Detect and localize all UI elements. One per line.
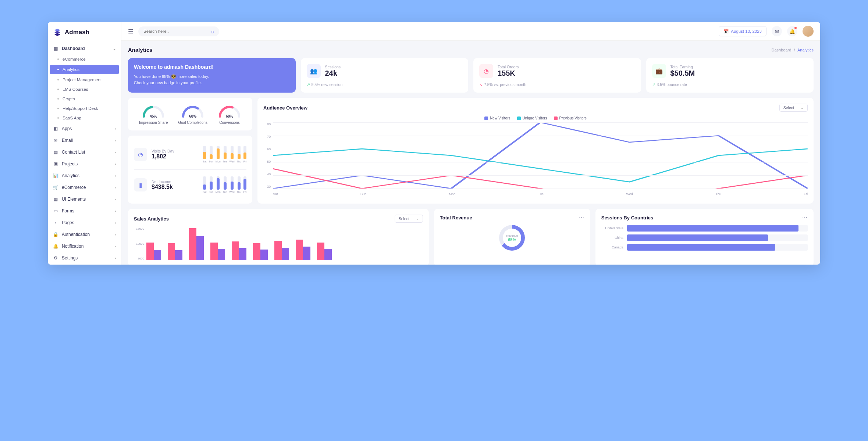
dot-icon — [57, 108, 59, 109]
more-icon[interactable]: ⋯ — [802, 215, 808, 220]
nav-icon: ✉ — [53, 138, 58, 143]
sidebar-sub-saas-app[interactable]: SaaS App — [48, 113, 121, 123]
chevron-right-icon: › — [115, 127, 116, 131]
audience-title: Audience Overview — [263, 105, 307, 111]
legend-item: New Visitors — [484, 116, 510, 120]
sales-bar-group — [189, 228, 204, 260]
mail-button[interactable]: ✉ — [772, 26, 782, 36]
dot-icon — [57, 89, 59, 90]
chevron-right-icon: › — [115, 197, 116, 201]
nav-authentication[interactable]: 🔒Authentication› — [48, 229, 121, 240]
mini-stat: ◔Visits By Day1,802SatSunMonTueWedThuFri — [134, 141, 246, 167]
chevron-right-icon: › — [115, 162, 116, 166]
audience-chart: 807060504030 SatSunMonTueWedThuFri — [263, 122, 808, 196]
chevron-right-icon: › — [115, 150, 116, 154]
page-title: Analytics — [128, 47, 153, 53]
nav-notification[interactable]: 🔔Notification› — [48, 240, 121, 252]
nav-icon: 🔔 — [53, 244, 58, 249]
sales-bar-group — [232, 241, 246, 260]
chevron-right-icon: › — [115, 233, 116, 237]
user-avatar[interactable] — [803, 26, 814, 37]
notification-badge — [794, 27, 797, 29]
search-box[interactable]: ⌕ — [138, 26, 219, 36]
sidebar-sub-lms-courses[interactable]: LMS Courses — [48, 85, 121, 94]
chart-icon: ◔ — [134, 148, 147, 161]
chevron-right-icon: › — [115, 209, 116, 213]
sidebar-sub-analytics[interactable]: Analytics — [50, 65, 119, 74]
bell-icon: 🔔 — [789, 29, 795, 34]
sidebar-sub-ecommerce[interactable]: eCommerce — [48, 54, 121, 64]
nav-icon: ⚙ — [53, 255, 58, 261]
mini-stats-card: ◔Visits By Day1,802SatSunMonTueWedThuFri… — [128, 136, 252, 204]
chevron-down-icon: ⌄ — [801, 106, 804, 110]
breadcrumb-root[interactable]: Dashboard — [772, 48, 791, 52]
audience-select[interactable]: Select⌄ — [779, 104, 808, 112]
chevron-right-icon: › — [115, 221, 116, 225]
breadcrumb: Dashboard / Analytics — [772, 48, 814, 52]
sales-bar-group — [296, 240, 310, 260]
country-row: United State — [601, 225, 808, 232]
stat-icon: 👥 — [307, 64, 321, 78]
nav-icon: ▤ — [53, 150, 58, 155]
nav-apps[interactable]: ◧Apps› — [48, 123, 121, 135]
logo-icon — [53, 28, 62, 37]
more-icon[interactable]: ⋯ — [579, 215, 584, 220]
search-icon: ⌕ — [211, 29, 214, 34]
nav-ecommerce[interactable]: 🛒eCommerce› — [48, 182, 121, 193]
sidebar-sub-help-support-desk[interactable]: Help/Support Desk — [48, 104, 121, 113]
sales-select[interactable]: Select⌄ — [395, 215, 423, 223]
trend-icon: ↘ — [479, 82, 483, 87]
dot-icon — [57, 69, 59, 70]
nav-projects[interactable]: ▣Projects› — [48, 158, 121, 170]
stat-card-total-earning: 💼Total Earning$50.5M↗3.5% bounce rate — [646, 58, 814, 93]
logo[interactable]: Admash — [48, 22, 121, 43]
grid-icon: ▦ — [53, 46, 58, 51]
menu-toggle[interactable]: ☰ — [128, 28, 133, 35]
nav-icon: 📊 — [53, 173, 58, 178]
dot-icon — [57, 79, 59, 80]
mini-bar: Tue — [223, 146, 227, 163]
audience-card: Audience Overview Select⌄ New VisitorsUn… — [257, 98, 814, 204]
stat-card-sessions: 👥Sessions24k↗9.5% new session — [301, 58, 469, 93]
mini-bar: Sat — [203, 146, 207, 163]
chevron-down-icon: ⌄ — [416, 217, 419, 221]
sales-bar-group — [317, 243, 332, 260]
nav-icon: ▭ — [53, 208, 58, 214]
countries-card: Sessions By Countries ⋯ United StateChin… — [595, 209, 814, 265]
nav-settings[interactable]: ⚙Settings› — [48, 252, 121, 264]
mini-bar: Mon — [216, 176, 221, 193]
mini-bar: Fri — [243, 176, 246, 193]
nav-icon: ▫ — [53, 220, 58, 225]
gauges-card: 45%Impression Share68%Goal Completions60… — [128, 98, 252, 130]
country-row: Canada — [601, 244, 808, 251]
sidebar-sub-crypto[interactable]: Crypto — [48, 94, 121, 104]
date-picker[interactable]: 📅 August 10, 2023 — [719, 26, 766, 36]
mini-bar: Mon — [216, 146, 221, 163]
legend-item: Previous Visitors — [554, 116, 587, 120]
welcome-card: Welcome to admash Dashboard! You have do… — [128, 58, 296, 93]
nav-contact-list[interactable]: ▤Contact List› — [48, 146, 121, 158]
chevron-right-icon: › — [115, 174, 116, 178]
welcome-title: Welcome to admash Dashboard! — [134, 64, 290, 70]
nav-icon: 🔒 — [53, 232, 58, 237]
country-row: China — [601, 234, 808, 241]
gauge-goal-completions: 68%Goal Completions — [178, 104, 207, 125]
sales-bar-group — [168, 243, 182, 260]
mini-bar: Thu — [237, 176, 241, 193]
nav-forms[interactable]: ▭Forms› — [48, 205, 121, 217]
nav-pages[interactable]: ▫Pages› — [48, 217, 121, 229]
trend-icon: ↗ — [307, 82, 310, 87]
nav-email[interactable]: ✉Email› — [48, 135, 121, 146]
sales-chart: 16000120008000 — [134, 227, 423, 260]
stat-icon: ◔ — [479, 64, 493, 78]
nav-analytics[interactable]: 📊Analytics› — [48, 170, 121, 182]
legend-item: Unique Visitors — [517, 116, 547, 120]
search-input[interactable] — [143, 29, 208, 33]
nav-ui-elements[interactable]: ▦UI Elements› — [48, 193, 121, 205]
sales-card: Sales Analytics Select⌄ 16000120008000 — [128, 209, 429, 265]
sidebar-sub-project-management[interactable]: Project Management — [48, 75, 121, 85]
notifications-button[interactable]: 🔔 — [787, 26, 797, 36]
mini-stat: ▮Net Income$438.5kSatSunMonTueWedThuFri — [134, 169, 246, 198]
nav-dashboard[interactable]: ▦Dashboard ⌄ — [48, 43, 121, 54]
stat-card-total-orders: ◔Total Orders155K↘7.5% vs. previous mont… — [473, 58, 641, 93]
